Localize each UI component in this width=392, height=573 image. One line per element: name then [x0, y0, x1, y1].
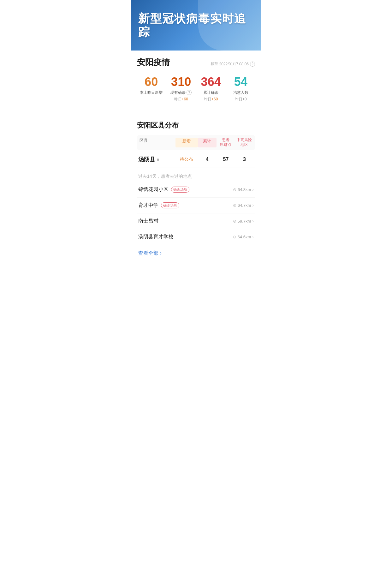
- confirmed-badge-1: 确诊场所: [161, 202, 179, 208]
- location-item-0[interactable]: 锦绣花园小区 确诊场所 ⊙ 64.8km ›: [137, 182, 255, 198]
- location-left-1: 育才中学 确诊场所: [138, 202, 179, 209]
- location-right-2: ⊙ 59.7km ›: [233, 218, 254, 224]
- chevron-right-2: ›: [252, 218, 254, 224]
- timestamp-area: 截至 2022/01/17 08:06 ?: [211, 61, 255, 67]
- stat-delta-current-confirmed: 昨日+60: [174, 97, 188, 102]
- stat-local-new: 60 本土昨日新增: [137, 73, 166, 104]
- location-distance-2: 59.7km: [238, 219, 251, 224]
- chevron-right-3: ›: [252, 234, 254, 239]
- location-distance-1: 64.7km: [238, 203, 251, 208]
- confirmed-badge-0: 确诊场所: [171, 187, 189, 193]
- stat-current-confirmed: 310 现有确诊 ? 昨日+60: [167, 73, 196, 104]
- pin-icon-0: ⊙: [233, 187, 236, 192]
- expand-icon-tangyin: ∧: [157, 157, 159, 162]
- location-right-3: ⊙ 64.6km ›: [233, 234, 254, 239]
- td-risk-tangyin: 3: [235, 157, 254, 162]
- table-header-row: 区县 新增 累计 患者轨迹点 中高风险地区: [137, 135, 255, 150]
- td-trace-tangyin: 57: [217, 157, 235, 162]
- view-all-label: 查看全部 ›: [138, 250, 162, 257]
- stat-label-current-confirmed: 现有确诊 ?: [170, 90, 192, 95]
- pin-icon-2: ⊙: [233, 219, 236, 224]
- stat-delta-total-confirmed: 昨日+60: [204, 97, 218, 102]
- timestamp-label: 截至: [211, 61, 218, 67]
- stat-number-total-confirmed: 364: [201, 75, 221, 89]
- section-divider: [137, 114, 255, 114]
- stat-label-recovered: 治愈人数: [233, 90, 248, 95]
- stat-number-local-new: 60: [145, 75, 158, 89]
- th-district: 区县: [138, 138, 175, 147]
- help-icon-confirmed[interactable]: ?: [187, 90, 192, 95]
- city-name: 安阳疫情: [137, 57, 170, 68]
- district-sub-content: 过去14天，患者去过的地点 锦绣花园小区 确诊场所 ⊙ 64.8km › 育才中…: [137, 168, 255, 259]
- stat-number-recovered: 54: [234, 75, 247, 89]
- district-name-tangyin: 汤阴县 ∧: [138, 156, 175, 163]
- header-banner: 新型冠状病毒实时追踪: [131, 0, 261, 51]
- location-distance-3: 64.6km: [238, 235, 251, 239]
- stat-delta-recovered: 昨日+0: [235, 97, 247, 102]
- stat-label-local-new: 本土昨日新增: [140, 90, 163, 95]
- chevron-right-0: ›: [252, 187, 254, 192]
- help-icon-timestamp[interactable]: ?: [250, 62, 255, 67]
- stat-delta-local-new: [151, 97, 152, 101]
- header-title: 新型冠状病毒实时追踪: [138, 12, 254, 39]
- stat-label-total-confirmed: 累计确诊: [203, 90, 218, 95]
- district-heading: 安阳区县分布: [137, 121, 255, 130]
- th-new: 新增: [175, 138, 198, 147]
- location-right-0: ⊙ 64.8km ›: [233, 187, 254, 192]
- location-item-1[interactable]: 育才中学 确诊场所 ⊙ 64.7km ›: [137, 198, 255, 213]
- location-name-0: 锦绣花园小区: [138, 186, 169, 193]
- city-section: 安阳疫情 截至 2022/01/17 08:06 ? 60 本土昨日新增 310…: [131, 51, 261, 111]
- stat-recovered: 54 治愈人数 昨日+0: [227, 73, 255, 104]
- timestamp-value: 2022/01/17 08:06: [219, 62, 249, 66]
- location-note: 过去14天，患者去过的地点: [137, 169, 255, 182]
- location-item-3[interactable]: 汤阴县育才学校 ⊙ 64.6km ›: [137, 229, 255, 245]
- td-new-tangyin: 待公布: [175, 157, 198, 162]
- city-heading-row: 安阳疫情 截至 2022/01/17 08:06 ?: [137, 57, 255, 68]
- district-section: 安阳区县分布 区县 新增 累计 患者轨迹点 中高风险地区 汤阴县 ∧ 待公布 4…: [131, 117, 261, 264]
- location-left-0: 锦绣花园小区 确诊场所: [138, 186, 189, 193]
- th-trace: 患者轨迹点: [217, 138, 235, 147]
- stat-total-confirmed: 364 累计确诊 昨日+60: [197, 73, 225, 104]
- view-all-button[interactable]: 查看全部 ›: [137, 245, 255, 259]
- location-left-2: 南士昌村: [138, 218, 158, 224]
- pin-icon-1: ⊙: [233, 203, 236, 208]
- pin-icon-3: ⊙: [233, 235, 236, 239]
- td-cumulative-tangyin: 4: [198, 157, 217, 162]
- location-name-2: 南士昌村: [138, 218, 158, 224]
- location-name-3: 汤阴县育才学校: [138, 234, 174, 240]
- chevron-right-1: ›: [252, 203, 254, 208]
- stats-grid: 60 本土昨日新增 310 现有确诊 ? 昨日+60 364 累计确诊 昨日+6…: [137, 73, 255, 104]
- th-cumulative: 累计: [198, 138, 217, 147]
- location-distance-0: 64.8km: [238, 187, 251, 192]
- th-risk: 中高风险地区: [235, 138, 254, 147]
- location-left-3: 汤阴县育才学校: [138, 234, 174, 240]
- district-row-tangyin[interactable]: 汤阴县 ∧ 待公布 4 57 3: [137, 151, 255, 168]
- location-name-1: 育才中学: [138, 202, 158, 209]
- location-right-1: ⊙ 64.7km ›: [233, 203, 254, 208]
- location-item-2[interactable]: 南士昌村 ⊙ 59.7km ›: [137, 213, 255, 229]
- stat-number-current-confirmed: 310: [171, 75, 191, 89]
